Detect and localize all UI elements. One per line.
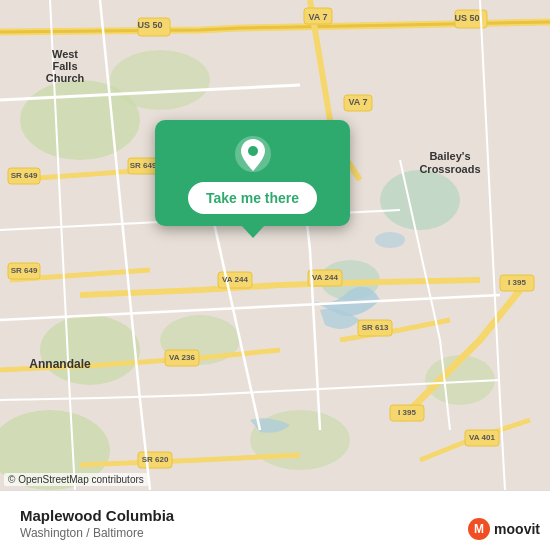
svg-point-48 [248, 146, 258, 156]
svg-text:West: West [52, 48, 78, 60]
svg-text:Annandale: Annandale [29, 357, 91, 371]
osm-attribution: © OpenStreetMap contributors [4, 473, 148, 486]
svg-text:I 395: I 395 [508, 278, 526, 287]
moovit-icon: M [468, 518, 490, 540]
map-container: US 50 US 50 VA 7 VA 7 SR 649 SR 649 SR 6… [0, 0, 550, 490]
svg-text:Bailey's: Bailey's [429, 150, 470, 162]
svg-text:I 395: I 395 [398, 408, 416, 417]
bottom-bar: Maplewood Columbia Washington / Baltimor… [0, 490, 550, 550]
svg-text:US 50: US 50 [137, 20, 162, 30]
svg-point-10 [375, 232, 405, 248]
moovit-text: moovit [494, 521, 540, 537]
svg-text:Church: Church [46, 72, 85, 84]
svg-text:SR 620: SR 620 [142, 455, 169, 464]
take-me-there-button[interactable]: Take me there [188, 182, 317, 214]
svg-text:VA 7: VA 7 [308, 12, 327, 22]
svg-text:VA 401: VA 401 [469, 433, 495, 442]
svg-text:VA 236: VA 236 [169, 353, 195, 362]
location-name: Maplewood Columbia [20, 507, 530, 524]
svg-text:VA 7: VA 7 [348, 97, 367, 107]
location-pin-icon [233, 134, 273, 174]
svg-text:Crossroads: Crossroads [419, 163, 480, 175]
svg-text:VA 244: VA 244 [312, 273, 338, 282]
svg-text:US 50: US 50 [454, 13, 479, 23]
svg-point-3 [380, 170, 460, 230]
svg-text:SR 613: SR 613 [362, 323, 389, 332]
svg-text:SR 649: SR 649 [130, 161, 157, 170]
location-popup[interactable]: Take me there [155, 120, 350, 226]
moovit-logo: M moovit [468, 518, 540, 540]
location-region: Washington / Baltimore [20, 526, 530, 540]
svg-text:VA 244: VA 244 [222, 275, 248, 284]
map-background: US 50 US 50 VA 7 VA 7 SR 649 SR 649 SR 6… [0, 0, 550, 490]
svg-text:SR 649: SR 649 [11, 266, 38, 275]
svg-text:Falls: Falls [52, 60, 77, 72]
svg-point-2 [110, 50, 210, 110]
svg-point-6 [40, 315, 140, 385]
svg-text:SR 649: SR 649 [11, 171, 38, 180]
